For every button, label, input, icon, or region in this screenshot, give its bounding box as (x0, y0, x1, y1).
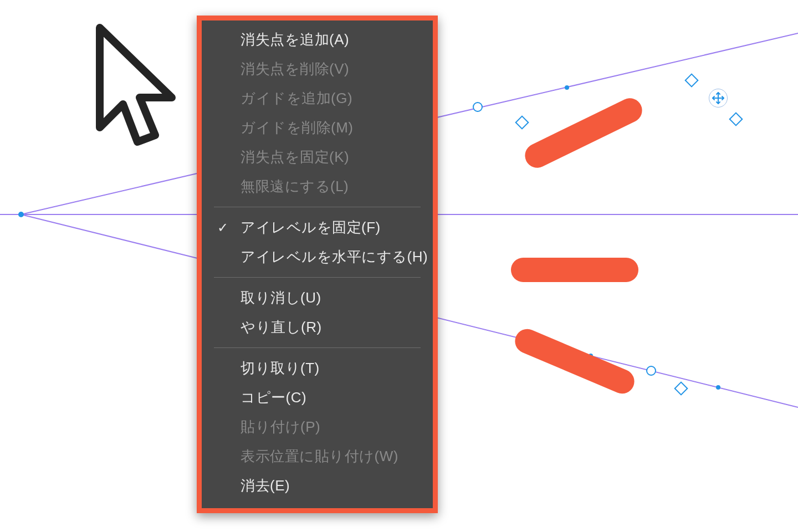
lower-handle-ring[interactable] (646, 366, 656, 376)
menu-item-add-vanishing-point[interactable]: 消失点を追加(A) (202, 25, 433, 54)
menu-item-make-infinite: 無限遠にする(L) (202, 172, 433, 201)
menu-item-clear[interactable]: 消去(E) (202, 471, 433, 500)
upper-handle-diamond[interactable] (684, 73, 698, 87)
menu-item-fix-vanishing-point: 消失点を固定(K) (202, 142, 433, 172)
menu-item-undo[interactable]: 取り消し(U) (202, 283, 433, 313)
lower-handle-dot-2[interactable] (716, 385, 720, 390)
menu-item-del-guide: ガイドを削除(M) (202, 113, 433, 142)
menu-item-cut[interactable]: 切り取り(T) (202, 354, 433, 383)
menu-separator (214, 207, 421, 207)
annotation-highlight (511, 325, 638, 397)
move-handle-icon[interactable] (709, 89, 728, 108)
menu-separator (214, 277, 421, 278)
menu-separator (214, 347, 421, 348)
menu-item-paste-in-place: 表示位置に貼り付け(W) (202, 442, 433, 471)
menu-item-add-guide: ガイドを追加(G) (202, 84, 433, 113)
menu-item-fix-eye-level[interactable]: ✓アイレベルを固定(F) (202, 213, 433, 242)
guide-handle-diamond[interactable] (515, 115, 529, 129)
perspective-context-menu[interactable]: 消失点を追加(A)消失点を削除(V)ガイドを追加(G)ガイドを削除(M)消失点を… (197, 16, 438, 513)
annotation-highlight (521, 94, 646, 172)
lower-handle-diamond[interactable] (674, 381, 688, 395)
menu-item-eye-level-horizontal[interactable]: アイレベルを水平にする(H) (202, 242, 433, 272)
menu-item-paste: 貼り付け(P) (202, 412, 433, 442)
annotation-highlight (511, 258, 638, 282)
menu-item-del-vanishing-point: 消失点を削除(V) (202, 54, 433, 84)
menu-item-redo[interactable]: やり直し(R) (202, 313, 433, 342)
upper-handle-diamond-2[interactable] (729, 112, 743, 126)
checkmark-icon: ✓ (217, 220, 229, 236)
guide-handle-ring[interactable] (473, 102, 483, 112)
cursor-annotation-icon (78, 17, 188, 161)
guide-handle-dot[interactable] (565, 85, 569, 90)
menu-item-copy[interactable]: コピー(C) (202, 383, 433, 412)
vanishing-point[interactable] (18, 212, 24, 217)
